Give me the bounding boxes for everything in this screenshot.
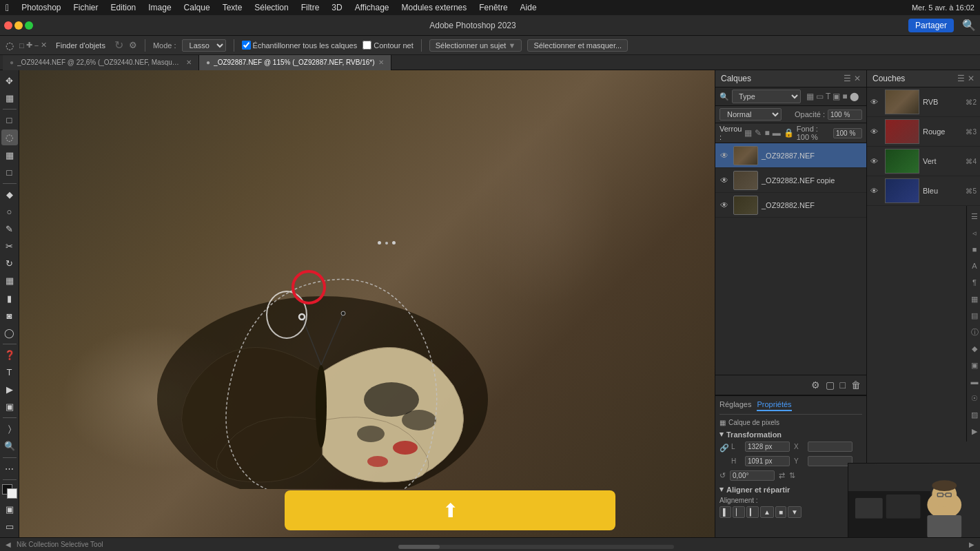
ri-info-icon[interactable]: ⓘ [967,324,980,340]
couche-bleu[interactable]: 👁 Bleu ⌘5 [867,176,980,206]
y-input[interactable] [808,456,853,466]
couches-menu-icon[interactable]: ☰ [957,74,965,83]
ri-char-icon[interactable]: ▦ [967,291,980,306]
ri-layers-icon[interactable]: ☰ [967,209,980,224]
background-color[interactable] [7,488,17,499]
zoom-tool[interactable]: 🔍 [1,438,18,454]
menu-fichier[interactable]: Fichier [74,3,99,12]
menu-fenetre[interactable]: Fenêtre [479,3,507,12]
menu-edition[interactable]: Edition [111,3,136,12]
opacity-input[interactable] [828,110,862,120]
calques-close-icon[interactable]: ✕ [854,74,861,83]
couches-close-icon[interactable]: ✕ [968,74,974,83]
ri-learn-icon[interactable]: A [967,258,980,273]
rotation-input[interactable] [730,470,775,481]
couche-eye-rouge[interactable]: 👁 [870,127,881,136]
align-center-v-btn[interactable]: ■ [775,506,786,518]
align-left-btn[interactable]: ▌ [719,506,731,518]
couche-eye-bleu[interactable]: 👁 [870,187,881,195]
menu-calque[interactable]: Calque [184,3,210,12]
shape-tool[interactable]: ▣ [1,399,18,415]
layer-eye-1[interactable]: 👁 [719,175,730,186]
flip-v-icon[interactable]: ⇅ [789,471,795,480]
window-close[interactable] [4,21,12,30]
couche-eye-vert[interactable]: 👁 [870,157,881,165]
ri-adjust-icon[interactable]: ◃ [967,225,980,240]
menu-affichage[interactable]: Affichage [355,3,389,12]
calques-new-layer-btn[interactable]: □ [839,378,847,392]
width-input[interactable] [745,441,790,452]
align-center-h-btn[interactable]: ▏ [733,506,745,518]
ri-path-icon[interactable]: ▤ [967,308,980,323]
flip-h-icon[interactable]: ⇄ [779,471,785,480]
tab-close-1[interactable]: ✕ [186,59,192,66]
filter-adj-icon[interactable]: ▭ [816,92,824,101]
eyedropper-tool[interactable]: ◆ [1,187,18,202]
menu-texte[interactable]: Texte [223,3,243,12]
status-arrow-right[interactable]: ▶ [969,541,974,548]
menu-3d[interactable]: 3D [331,3,342,12]
scrollbar-thumb[interactable] [398,545,440,549]
doc-tab-2[interactable]: ● _OZ92887.NEF @ 115% (_OZ92887.NEF, RVB… [199,55,391,70]
text-tool[interactable]: T [1,364,18,380]
reglages-tab[interactable]: Réglages [719,400,751,411]
screen-mode[interactable]: ▭ [1,519,18,534]
calques-new-group-btn[interactable]: ▢ [824,378,836,392]
filter-text-icon[interactable]: T [826,92,830,101]
ri-nav-icon[interactable]: ☉ [967,391,980,406]
object-selection-tool[interactable]: ▦ [1,147,18,163]
dodge-tool[interactable]: ◯ [1,325,18,341]
calques-delete-btn[interactable]: 🗑 [850,378,862,392]
search-icon[interactable]: 🔍 [962,19,976,32]
fill-input[interactable] [833,128,862,138]
color-boxes[interactable] [2,484,17,499]
move-tool[interactable]: ✥ [1,73,18,89]
contour-checkbox[interactable]: Contour net [363,41,413,50]
height-input[interactable] [745,456,790,466]
refresh-icon[interactable]: ↻ [114,39,123,52]
calques-settings-btn[interactable]: ⚙ [810,378,821,392]
eraser-tool[interactable]: ▦ [1,273,18,289]
x-input[interactable] [808,441,853,452]
proprietes-tab[interactable]: Propriétés [757,400,791,411]
scrollbar[interactable] [398,545,674,549]
calques-menu-icon[interactable]: ☰ [844,74,851,83]
history-brush[interactable]: ↻ [1,256,18,271]
mode-select[interactable]: Lasso [182,39,226,52]
lasso-tool[interactable]: ◌ [1,129,18,145]
select-subject-button[interactable]: Sélectionner un sujet ▼ [429,39,522,52]
layer-item-0[interactable]: 👁 _OZ92887.NEF [715,143,866,168]
path-selection[interactable]: ▶ [1,382,18,397]
ri-color-icon[interactable]: ◆ [967,341,980,356]
couche-rouge[interactable]: 👁 Rouge ⌘3 [867,117,980,147]
select-mask-button[interactable]: Sélectionner et masquer... [527,39,628,52]
ri-swatch-icon[interactable]: ▣ [967,357,980,373]
menu-image[interactable]: Image [148,3,171,12]
menu-modules[interactable]: Modules externes [402,3,467,12]
window-maximize[interactable] [25,21,33,30]
gradient-tool[interactable]: ▮ [1,290,18,306]
couche-eye-rvb[interactable]: 👁 [870,98,881,106]
filter-toggle[interactable]: ⬤ [850,92,859,101]
rectangular-marquee-tool[interactable]: □ [1,112,18,128]
lock-all-icon[interactable]: 🔒 [784,128,794,138]
align-bottom-btn[interactable]: ▼ [788,506,802,518]
lock-artboard-icon[interactable]: ▬ [773,128,781,138]
ri-hist-icon[interactable]: ▨ [967,407,980,422]
more-options[interactable]: ... [719,522,862,533]
align-right-btn[interactable]: ▎ [746,506,759,518]
lock-transparent-icon[interactable]: ▦ [744,128,752,138]
menu-photoshop[interactable]: Photoshop [21,3,61,12]
pen-tool[interactable]: ❓ [1,347,18,363]
layer-eye-0[interactable]: 👁 [719,150,730,161]
window-minimize[interactable] [14,21,23,30]
couche-vert[interactable]: 👁 Vert ⌘4 [867,147,980,176]
quick-mask[interactable]: ▣ [1,501,18,517]
ri-properties-icon[interactable]: ■ [967,242,980,257]
artboard-tool[interactable]: ▦ [1,90,18,106]
lock-pixels-icon[interactable]: ✎ [755,128,762,138]
lock-position-icon[interactable]: ■ [764,128,769,138]
hand-tool[interactable]: 〉 [1,421,18,437]
tab-close-2[interactable]: ✕ [378,59,384,66]
layer-type-filter[interactable]: Type [732,90,801,103]
